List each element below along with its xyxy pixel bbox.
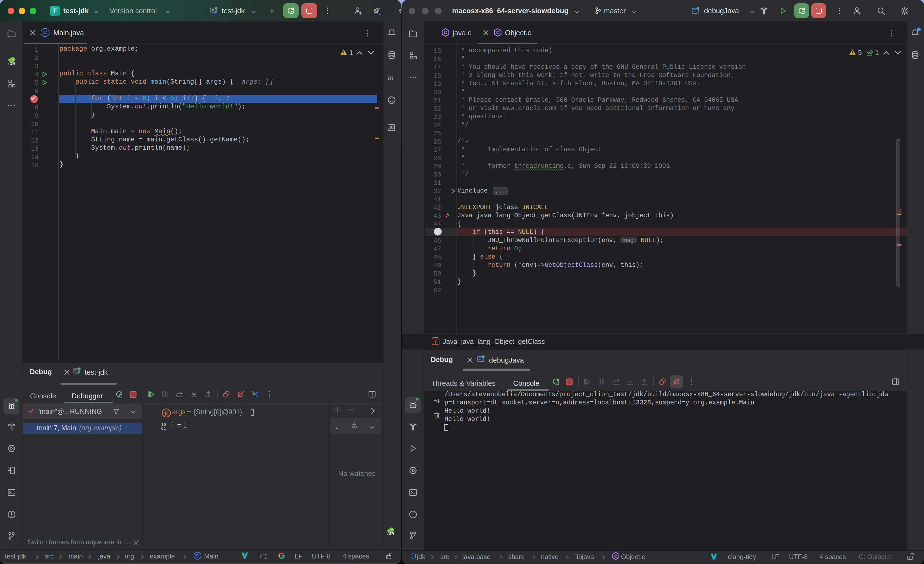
svg-text:C: C <box>444 30 447 35</box>
svg-text:p: p <box>165 410 168 416</box>
svg-text:C: C <box>496 30 500 35</box>
svg-text:JR: JR <box>389 531 394 536</box>
svg-text:C: C <box>614 554 617 558</box>
svg-text:JR: JR <box>10 61 15 65</box>
